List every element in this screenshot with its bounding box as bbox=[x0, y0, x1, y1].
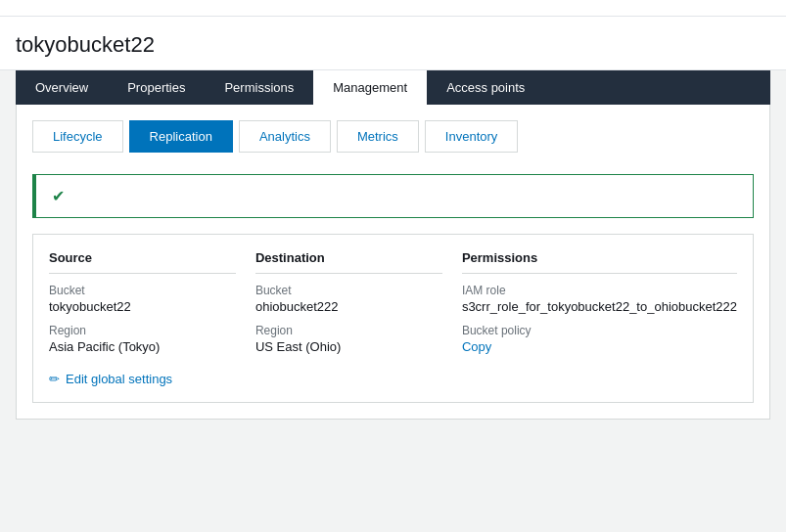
sub-tab-metrics[interactable]: Metrics bbox=[337, 120, 419, 153]
col-value: Asia Pacific (Tokyo) bbox=[49, 339, 236, 354]
col-label: IAM role bbox=[462, 284, 737, 297]
main-tabs-row: OverviewPropertiesPermissionsManagementA… bbox=[16, 70, 770, 105]
col-value: tokyobucket22 bbox=[49, 299, 236, 314]
sub-tabs-row: LifecycleReplicationAnalyticsMetricsInve… bbox=[32, 120, 754, 158]
edit-global-settings-label: Edit global settings bbox=[66, 372, 172, 386]
col-value: s3crr_role_for_tokyobucket22_to_ohiobuck… bbox=[462, 299, 737, 314]
col-label: Region bbox=[49, 324, 236, 337]
col-label: Region bbox=[255, 324, 442, 337]
check-circle-icon: ✔ bbox=[52, 187, 65, 205]
col-value[interactable]: Copy bbox=[462, 339, 737, 354]
success-banner: ✔ bbox=[32, 174, 754, 218]
col-value: US East (Ohio) bbox=[255, 339, 442, 354]
col-label: Bucket bbox=[49, 284, 236, 297]
replication-col-source: SourceBuckettokyobucket22RegionAsia Paci… bbox=[49, 250, 255, 364]
col-header: Permissions bbox=[462, 250, 737, 274]
breadcrumb bbox=[0, 0, 786, 17]
page-header: tokyobucket22 bbox=[0, 17, 786, 70]
sub-tab-lifecycle[interactable]: Lifecycle bbox=[32, 120, 123, 153]
col-value: ohiobucket222 bbox=[255, 299, 442, 314]
col-label: Bucket policy bbox=[462, 324, 737, 337]
management-content: LifecycleReplicationAnalyticsMetricsInve… bbox=[16, 105, 770, 420]
page-title: tokyobucket22 bbox=[16, 32, 770, 58]
sub-tab-analytics[interactable]: Analytics bbox=[239, 120, 331, 153]
edit-pencil-icon: ✏ bbox=[49, 372, 60, 386]
tab-properties[interactable]: Properties bbox=[108, 70, 205, 105]
col-label: Bucket bbox=[255, 284, 442, 297]
tab-access-points[interactable]: Access points bbox=[427, 70, 544, 105]
tab-overview[interactable]: Overview bbox=[16, 70, 108, 105]
col-header: Source bbox=[49, 250, 236, 274]
edit-global-settings-link[interactable]: ✏Edit global settings bbox=[49, 372, 737, 386]
replication-table: SourceBuckettokyobucket22RegionAsia Paci… bbox=[32, 234, 754, 403]
sub-tab-replication[interactable]: Replication bbox=[129, 120, 233, 153]
tab-permissions[interactable]: Permissions bbox=[205, 70, 313, 105]
replication-columns: SourceBuckettokyobucket22RegionAsia Paci… bbox=[49, 250, 737, 364]
replication-col-destination: DestinationBucketohiobucket222RegionUS E… bbox=[255, 250, 462, 364]
success-banner-content: ✔ bbox=[52, 187, 74, 205]
tab-management[interactable]: Management bbox=[313, 70, 427, 105]
col-header: Destination bbox=[255, 250, 442, 274]
replication-col-permissions: PermissionsIAM roles3crr_role_for_tokyob… bbox=[462, 250, 737, 364]
sub-tab-inventory[interactable]: Inventory bbox=[425, 120, 518, 153]
